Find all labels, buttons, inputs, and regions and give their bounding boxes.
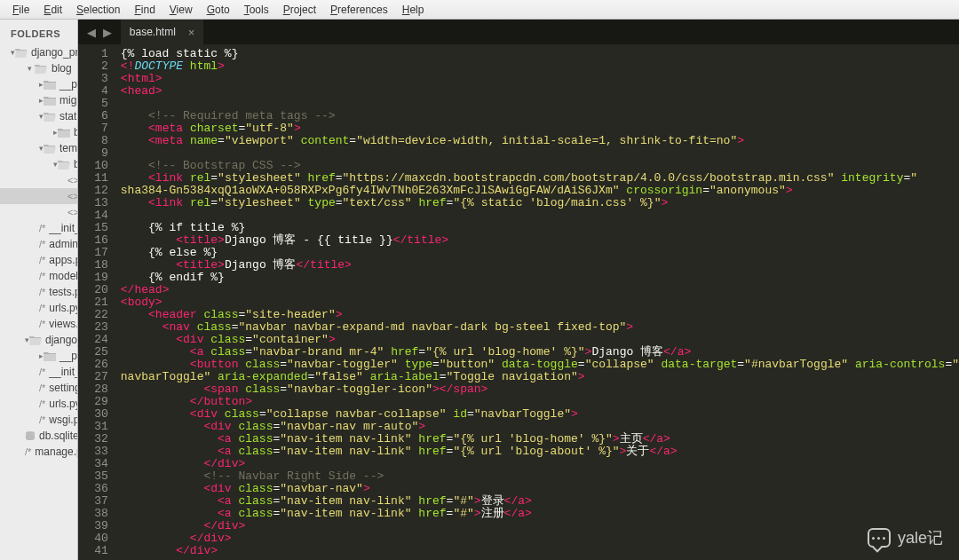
menu-view[interactable]: View bbox=[162, 2, 200, 18]
menu-find[interactable]: Find bbox=[127, 2, 162, 18]
tree-item-db-sqlite3[interactable]: db.sqlite3 bbox=[0, 428, 77, 444]
tree-item-urls-py[interactable]: /*urls.py bbox=[0, 300, 77, 316]
menu-tools[interactable]: Tools bbox=[237, 2, 276, 18]
tree-label: blog bbox=[52, 60, 72, 76]
tree-item-blog[interactable]: ▾blog bbox=[0, 60, 77, 76]
tree-label: tests.py bbox=[49, 284, 77, 300]
disclosure-down-icon[interactable]: ▾ bbox=[25, 60, 34, 76]
sidebar: FOLDERS ▾django_project▾blog▸__pycache__… bbox=[0, 20, 78, 560]
tree-item--pycache-[interactable]: ▸__pycache__ bbox=[0, 76, 77, 92]
tree-item-templates[interactable]: ▾templates bbox=[0, 140, 77, 156]
tree-item-blog[interactable]: ▸blog bbox=[0, 124, 77, 140]
forward-icon[interactable]: ▶ bbox=[103, 26, 112, 39]
tree-label: wsgi.py bbox=[49, 412, 77, 428]
menu-bar: FileEditSelectionFindViewGotoToolsProjec… bbox=[0, 0, 959, 20]
back-icon[interactable]: ◀ bbox=[87, 26, 96, 39]
tree-item-models-py[interactable]: /*models.py bbox=[0, 268, 77, 284]
tree-label: apps.py bbox=[49, 252, 77, 268]
py-file-icon: /* bbox=[39, 300, 45, 316]
py-file-icon: /* bbox=[39, 380, 45, 396]
tree-item-base-html[interactable]: <>base.html bbox=[0, 188, 77, 204]
folder-icon bbox=[58, 160, 70, 170]
folder-icon bbox=[44, 80, 56, 90]
tab-base-html[interactable]: base.html × bbox=[121, 20, 204, 44]
tree-item-wsgi-py[interactable]: /*wsgi.py bbox=[0, 412, 77, 428]
menu-file[interactable]: File bbox=[5, 2, 36, 18]
svg-point-0 bbox=[26, 431, 35, 435]
tree-item-static[interactable]: ▾static bbox=[0, 108, 77, 124]
tab-title: base.html bbox=[130, 26, 176, 38]
tree-label: urls.py bbox=[49, 396, 77, 412]
tree-item-admin-py[interactable]: /*admin.py bbox=[0, 236, 77, 252]
line-gutter: 1234567891011121314151617181920212223242… bbox=[78, 44, 115, 560]
folder-icon bbox=[44, 96, 56, 106]
tree-label: models.py bbox=[49, 268, 77, 284]
db-file-icon bbox=[25, 430, 36, 441]
editor-area: ◀ ▶ base.html × 123456789101112131415161… bbox=[78, 20, 959, 560]
menu-project[interactable]: Project bbox=[276, 2, 323, 18]
tree-label: manage.py bbox=[35, 444, 77, 460]
py-file-icon: /* bbox=[39, 268, 45, 284]
folder-icon bbox=[15, 48, 28, 58]
tree-item-about-html[interactable]: <>about.html bbox=[0, 172, 77, 188]
tree-label: migrations bbox=[59, 92, 78, 108]
folder-icon bbox=[44, 144, 56, 154]
code-editor[interactable]: 1234567891011121314151617181920212223242… bbox=[78, 44, 959, 560]
menu-help[interactable]: Help bbox=[395, 2, 432, 18]
tree-label: urls.py bbox=[49, 300, 77, 316]
code-content[interactable]: {% load static %}<!DOCTYPE html><html><h… bbox=[115, 44, 959, 560]
tree-label: db.sqlite3 bbox=[39, 428, 78, 444]
tree-label: settings.py bbox=[49, 380, 77, 396]
watermark: yale记 bbox=[868, 528, 943, 548]
tree-label: views.py bbox=[49, 316, 77, 332]
folder-icon bbox=[29, 335, 42, 345]
tab-strip: ◀ ▶ base.html × bbox=[78, 20, 959, 44]
chat-icon bbox=[868, 528, 891, 548]
py-file-icon: /* bbox=[39, 284, 45, 300]
menu-selection[interactable]: Selection bbox=[69, 2, 127, 18]
tree-item--init-py[interactable]: /*__init__.py bbox=[0, 220, 77, 236]
tree-label: __pycache__ bbox=[59, 76, 78, 92]
folder-icon bbox=[34, 64, 48, 74]
html-file-icon: <> bbox=[67, 204, 78, 220]
tree-item--init-py[interactable]: /*__init__.py bbox=[0, 364, 77, 380]
py-file-icon: /* bbox=[39, 220, 45, 236]
tree-item-views-py[interactable]: /*views.py bbox=[0, 316, 77, 332]
tree-label: __pycache__ bbox=[59, 348, 78, 364]
tree-item-migrations[interactable]: ▸migrations bbox=[0, 92, 77, 108]
tree-item--pycache-[interactable]: ▸__pycache__ bbox=[0, 348, 77, 364]
tree-item-apps-py[interactable]: /*apps.py bbox=[0, 252, 77, 268]
sidebar-title: FOLDERS bbox=[0, 25, 77, 44]
py-file-icon: /* bbox=[39, 252, 45, 268]
tree-item-blog[interactable]: ▾blog bbox=[0, 156, 77, 172]
folder-tree: ▾django_project▾blog▸__pycache__▸migrati… bbox=[0, 44, 77, 460]
tree-label: __init__.py bbox=[49, 220, 77, 236]
tree-label: templates bbox=[59, 140, 78, 156]
html-file-icon: <> bbox=[67, 188, 78, 204]
tree-item-manage-py[interactable]: /*manage.py bbox=[0, 444, 77, 460]
tree-item-urls-py[interactable]: /*urls.py bbox=[0, 396, 77, 412]
tree-item-home-html[interactable]: <>home.html bbox=[0, 204, 77, 220]
watermark-text: yale记 bbox=[898, 532, 943, 544]
tree-label: django_project bbox=[45, 332, 78, 348]
folder-icon bbox=[58, 128, 70, 138]
tree-item-django-project[interactable]: ▾django_project bbox=[0, 332, 77, 348]
py-file-icon: /* bbox=[39, 396, 45, 412]
py-file-icon: /* bbox=[25, 444, 31, 460]
folder-icon bbox=[44, 351, 56, 361]
html-file-icon: <> bbox=[67, 172, 78, 188]
tree-item-tests-py[interactable]: /*tests.py bbox=[0, 284, 77, 300]
tree-label: django_project bbox=[31, 44, 78, 60]
py-file-icon: /* bbox=[39, 412, 45, 428]
py-file-icon: /* bbox=[39, 316, 45, 332]
tree-item-settings-py[interactable]: /*settings.py bbox=[0, 380, 77, 396]
tab-nav-arrows[interactable]: ◀ ▶ bbox=[78, 26, 121, 39]
menu-edit[interactable]: Edit bbox=[36, 2, 69, 18]
tree-item-django-project[interactable]: ▾django_project bbox=[0, 44, 77, 60]
menu-goto[interactable]: Goto bbox=[200, 2, 237, 18]
menu-preferences[interactable]: Preferences bbox=[323, 2, 395, 18]
close-icon[interactable]: × bbox=[188, 26, 195, 39]
tree-label: static bbox=[59, 108, 78, 124]
tree-label: __init__.py bbox=[49, 364, 77, 380]
py-file-icon: /* bbox=[39, 364, 45, 380]
